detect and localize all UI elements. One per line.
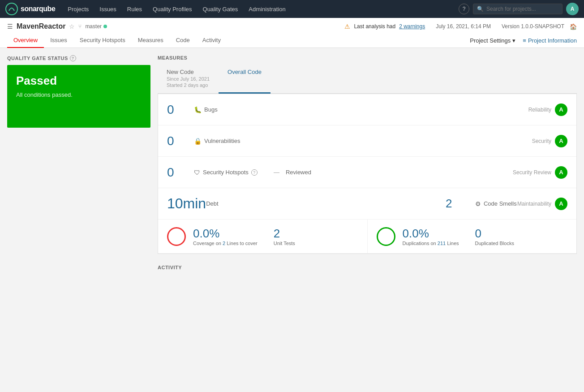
top-nav-links: Projects Issues Rules Quality Profiles Q… <box>62 0 459 18</box>
bugs-right: Reliability A <box>528 103 567 116</box>
vulnerabilities-label-area: 🔒 Vulnerabilities <box>194 138 532 145</box>
reliability-grade: A <box>555 103 567 116</box>
project-title-area: ☰ MavenReactor ☆ ⑂ master <box>7 22 107 30</box>
vulnerabilities-label: Vulnerabilities <box>204 138 240 144</box>
security-hotspots-row: 0 🛡 Security Hotspots ? — Reviewed Secur… <box>158 157 576 188</box>
new-code-tab-label: New Code <box>167 69 210 75</box>
coverage-metric: 0.0% Coverage on 2 Lines to cover 2 Unit… <box>158 220 368 253</box>
main-content: QUALITY GATE STATUS ? Passed All conditi… <box>0 48 584 284</box>
project-tabs: Overview Issues Security Hotspots Measur… <box>7 33 227 47</box>
bugs-label-area: 🐛 Bugs <box>194 106 528 113</box>
duplicated-blocks-metric: 0 Duplicated Blocks <box>475 227 514 246</box>
bugs-row: 0 🐛 Bugs Reliability A <box>158 94 576 125</box>
help-button[interactable]: ? <box>459 4 469 14</box>
quality-gate-title: QUALITY GATE STATUS ? <box>7 55 150 61</box>
duplication-sub-text: Duplications on <box>403 241 438 246</box>
reliability-label: Reliability <box>528 107 551 113</box>
project-folder-icon: ☰ <box>7 23 13 30</box>
tab-issues[interactable]: Issues <box>44 33 73 48</box>
user-avatar[interactable]: A <box>566 3 579 15</box>
nav-projects[interactable]: Projects <box>62 0 94 18</box>
coverage-circle <box>167 227 186 246</box>
tab-overall-code[interactable]: Overall Code <box>219 64 271 94</box>
security-review-grade: A <box>555 166 567 179</box>
hotspots-label-area: 🛡 Security Hotspots ? — Reviewed <box>194 169 513 176</box>
duplicated-blocks-value[interactable]: 0 <box>475 227 514 241</box>
warnings-link[interactable]: 2 warnings <box>399 23 425 30</box>
measures-tabs: New Code Since July 16, 2021 Started 2 d… <box>158 64 577 94</box>
project-info-label: Project Information <box>528 37 577 44</box>
hotspots-right: Security Review A <box>513 166 567 179</box>
unit-tests-value[interactable]: 2 <box>274 227 295 241</box>
nav-quality-profiles[interactable]: Quality Profiles <box>147 0 197 18</box>
home-icon[interactable]: 🏠 <box>570 23 577 30</box>
debt-value[interactable]: 10min <box>167 195 206 212</box>
duplication-sub: Duplications on 211 Lines <box>403 241 459 246</box>
measures-title-text: MEASURES <box>158 55 187 60</box>
tab-activity[interactable]: Activity <box>196 33 227 48</box>
tab-overview[interactable]: Overview <box>7 33 44 48</box>
vulnerabilities-value[interactable]: 0 <box>167 134 194 148</box>
duplication-pct[interactable]: 0.0% <box>403 227 459 241</box>
project-info-button[interactable]: ≡ Project Information <box>523 37 577 44</box>
project-header-top: ☰ MavenReactor ☆ ⑂ master ⚠ Last analysi… <box>7 18 577 33</box>
search-input[interactable] <box>486 6 558 12</box>
hotspots-reviewed: Reviewed <box>286 169 311 176</box>
measures-content: 0 🐛 Bugs Reliability A 0 🔒 Vulner <box>158 94 577 254</box>
nav-rules[interactable]: Rules <box>122 0 147 18</box>
security-review-label: Security Review <box>513 169 551 176</box>
activity-section: ACTIVITY <box>158 261 577 277</box>
bugs-label: Bugs <box>204 106 218 113</box>
logo[interactable]: sonarqube <box>5 3 55 15</box>
top-nav-right: ? 🔍 A <box>459 3 579 15</box>
security-label: Security <box>532 138 551 144</box>
bug-icon: 🐛 <box>194 106 202 113</box>
branch-info: master <box>85 23 107 30</box>
coverage-pct[interactable]: 0.0% <box>193 227 258 241</box>
nav-issues[interactable]: Issues <box>94 0 122 18</box>
favorite-star-icon[interactable]: ☆ <box>69 23 75 30</box>
tab-code[interactable]: Code <box>170 33 196 48</box>
tab-security-hotspots[interactable]: Security Hotspots <box>73 33 132 48</box>
debt-label: Debt <box>206 200 218 207</box>
duplication-lines-count: 211 <box>438 241 446 246</box>
hotspots-separator: — <box>274 169 279 176</box>
new-code-tab-sub1: Since July 16, 2021 <box>167 76 210 82</box>
coverage-sub: Coverage on 2 Lines to cover <box>193 241 258 246</box>
chevron-down-icon: ▾ <box>512 37 515 44</box>
svg-point-0 <box>6 3 17 15</box>
quality-gate-help-icon[interactable]: ? <box>70 55 76 61</box>
search-box[interactable]: 🔍 <box>473 4 563 14</box>
coverage-details: 0.0% Coverage on 2 Lines to cover <box>193 227 258 246</box>
hotspots-help-icon[interactable]: ? <box>251 169 258 176</box>
bugs-value[interactable]: 0 <box>167 103 194 117</box>
hotspots-value[interactable]: 0 <box>167 165 194 180</box>
project-header-actions: Project Settings ▾ ≡ Project Information <box>470 37 577 44</box>
coverage-sub-text: Coverage on <box>193 241 223 246</box>
analysis-date: July 16, 2021, 6:14 PM <box>436 23 491 30</box>
lock-icon: 🔒 <box>194 138 202 145</box>
passed-subtitle: All conditions passed. <box>16 91 142 98</box>
activity-title: ACTIVITY <box>158 261 577 274</box>
nav-administration[interactable]: Administration <box>243 0 291 18</box>
version-label: Version 1.0.0-SNAPSHOT <box>502 23 564 30</box>
passed-status: Passed <box>16 74 142 88</box>
branch-name: master <box>85 23 102 30</box>
unit-tests-metric: 2 Unit Tests <box>274 227 295 246</box>
right-panel: MEASURES New Code Since July 16, 2021 St… <box>158 55 577 277</box>
debt-label-area: Debt <box>206 200 446 207</box>
nav-quality-gates[interactable]: Quality Gates <box>198 0 244 18</box>
bottom-metrics-row: 0.0% Coverage on 2 Lines to cover 2 Unit… <box>158 220 576 254</box>
project-settings-button[interactable]: Project Settings ▾ <box>470 37 515 44</box>
new-code-tab-sub2: Started 2 days ago <box>167 82 210 88</box>
vulnerabilities-right: Security A <box>532 135 567 147</box>
tab-measures[interactable]: Measures <box>132 33 170 48</box>
code-smells-value[interactable]: 2 <box>446 197 472 211</box>
security-grade: A <box>555 135 567 147</box>
code-smells-label: Code Smells <box>484 200 517 207</box>
tab-new-code[interactable]: New Code Since July 16, 2021 Started 2 d… <box>158 64 219 94</box>
unit-tests-label: Unit Tests <box>274 241 295 246</box>
duplication-details: 0.0% Duplications on 211 Lines <box>403 227 459 246</box>
warning-banner: ⚠ Last analysis had 2 warnings <box>344 23 425 30</box>
duplicated-blocks-label: Duplicated Blocks <box>475 241 514 246</box>
